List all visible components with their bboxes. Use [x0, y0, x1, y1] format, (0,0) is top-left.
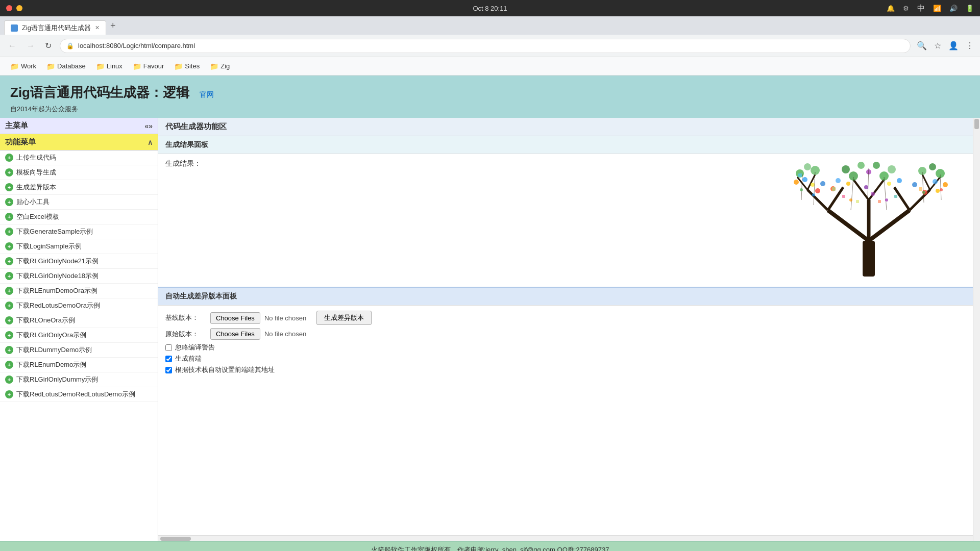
close-btn[interactable]: [6, 5, 12, 11]
svg-point-62: [922, 191, 925, 194]
sidebar-item-label: 下载RLGirlOnlyNode21示例: [16, 257, 99, 266]
active-tab[interactable]: Zig语言通用代码生成器 ✕: [4, 20, 106, 35]
sidebar-item-tools[interactable]: + 贴心小工具: [0, 195, 158, 210]
sidebar-item-redlotus-demo[interactable]: + 下载RedLotusDemoRedLotusDemo示例: [0, 387, 158, 402]
generate-diff-btn[interactable]: 生成差异版本: [316, 311, 372, 325]
titlebar-time: Oct 8 20:11: [473, 5, 507, 12]
bookmark-zig[interactable]: 📁 Zig: [206, 60, 234, 72]
user-icon[interactable]: ⚙: [903, 5, 909, 12]
sidebar-item-label: 生成差异版本: [16, 183, 56, 192]
plus-icon: +: [5, 228, 13, 236]
svg-point-30: [912, 182, 917, 187]
svg-line-53: [851, 177, 853, 210]
wifi-icon: 📶: [933, 5, 941, 12]
sidebar: 主菜单 «» 功能菜单 ∧ + 上传生成代码 + 模板向导生成 + 生成差异版本…: [0, 118, 158, 541]
h-scroll-thumb[interactable]: [160, 537, 191, 541]
notification-icon[interactable]: 🔔: [887, 5, 895, 12]
folder-icon: 📁: [174, 62, 183, 70]
sidebar-item-node21[interactable]: + 下载RLGirlOnlyNode21示例: [0, 254, 158, 269]
horizontal-scrollbar[interactable]: [158, 535, 973, 541]
sidebar-item-node18[interactable]: + 下载RLGirlOnlyNode18示例: [0, 269, 158, 284]
svg-point-19: [857, 162, 865, 169]
tab-close-btn[interactable]: ✕: [95, 24, 100, 31]
page-since: 自2014年起为公众服务: [10, 105, 970, 114]
address-url: localhost:8080/Logic/html/compare.html: [78, 42, 195, 49]
new-tab-btn[interactable]: +: [106, 20, 120, 31]
sidebar-item-template[interactable]: + 模板向导生成: [0, 165, 158, 180]
original-choose-btn[interactable]: Choose Files: [210, 328, 260, 340]
tabbar: Zig语言通用代码生成器 ✕ +: [0, 16, 980, 35]
sidebar-item-login-sample[interactable]: + 下载LoginSample示例: [0, 239, 158, 254]
sidebar-item-excel[interactable]: + 空白Excel模板: [0, 210, 158, 224]
plus-icon: +: [5, 183, 13, 191]
plus-icon: +: [5, 346, 13, 354]
right-scrollbar[interactable]: [973, 118, 980, 541]
original-label: 原始版本：: [165, 330, 206, 339]
baseline-choose-btn[interactable]: Choose Files: [210, 312, 260, 324]
bookmark-database[interactable]: 📁 Database: [42, 60, 90, 72]
generate-frontend-checkbox[interactable]: [165, 356, 172, 362]
sidebar-item-diff[interactable]: + 生成差异版本: [0, 180, 158, 195]
sidebar-collapse-btn[interactable]: «»: [144, 122, 153, 130]
addressbar-actions: 🔍 ☆ 👤 ⋮: [917, 41, 974, 51]
svg-rect-47: [842, 195, 845, 198]
svg-line-54: [884, 177, 887, 210]
svg-point-42: [864, 185, 868, 189]
menu-icon[interactable]: ⋮: [966, 41, 974, 51]
plus-icon: +: [5, 331, 13, 339]
svg-line-8: [853, 180, 869, 200]
svg-point-35: [943, 182, 948, 187]
svg-point-61: [885, 198, 888, 202]
bookmark-star-icon[interactable]: ☆: [934, 41, 941, 51]
sidebar-item-dummy[interactable]: + 下载RLDummyDemo示例: [0, 343, 158, 358]
function-menu-collapse-btn[interactable]: ∧: [148, 138, 153, 146]
bookmark-sites[interactable]: 📁 Sites: [170, 60, 204, 72]
plus-icon: +: [5, 272, 13, 280]
svg-point-43: [871, 192, 875, 196]
svg-line-11: [807, 174, 815, 190]
sidebar-item-label: 下载RLEnumDemoOra示例: [16, 286, 97, 295]
bookmark-work[interactable]: 📁 Work: [6, 60, 40, 72]
reload-btn[interactable]: ↻: [43, 39, 54, 53]
battery-icon: 🔋: [966, 5, 974, 12]
sound-icon[interactable]: 🔊: [949, 5, 958, 12]
page-official[interactable]: 官网: [200, 90, 214, 98]
bookmark-favour[interactable]: 📁 Favour: [129, 60, 168, 72]
svg-line-1: [828, 210, 869, 241]
svg-point-38: [846, 182, 850, 186]
ignore-warnings-label: 忽略编译警告: [175, 343, 215, 352]
folder-icon: 📁: [133, 62, 141, 70]
bookmarks-bar: 📁 Work 📁 Database 📁 Linux 📁 Favour 📁 Sit…: [0, 57, 980, 76]
sidebar-item-upload[interactable]: + 上传生成代码: [0, 151, 158, 165]
sidebar-item-enum-demo[interactable]: + 下载RLEnumDemo示例: [0, 358, 158, 372]
sidebar-item-girl-ora[interactable]: + 下载RLGirlOnlyOra示例: [0, 328, 158, 343]
auto-panel-header: 自动生成差异版本面板: [158, 288, 973, 306]
sidebar-item-redlotus-ora[interactable]: + 下载RedLotusDemoOra示例: [0, 298, 158, 313]
forward-btn[interactable]: →: [24, 39, 37, 53]
ignore-warnings-checkbox[interactable]: [165, 344, 172, 351]
back-btn[interactable]: ←: [6, 39, 18, 53]
sidebar-item-label: 下载RLGirlOnlyDummy示例: [16, 375, 98, 384]
sidebar-item-label: 贴心小工具: [16, 197, 50, 207]
bookmark-label: Database: [57, 62, 86, 70]
sidebar-item-enum-ora[interactable]: + 下载RLEnumDemoOra示例: [0, 284, 158, 298]
sidebar-item-girl-dummy[interactable]: + 下载RLGirlOnlyDummy示例: [0, 372, 158, 387]
bookmark-linux[interactable]: 📁 Linux: [92, 60, 127, 72]
svg-point-29: [897, 178, 902, 183]
auto-address-label: 根据技术栈自动设置前端端其地址: [175, 365, 275, 374]
svg-point-31: [933, 179, 938, 184]
address-box[interactable]: 🔒 localhost:8080/Logic/html/compare.html: [60, 39, 911, 53]
sidebar-item-label: 模板向导生成: [16, 168, 56, 177]
svg-point-22: [873, 162, 880, 169]
sidebar-item-generate-sample[interactable]: + 下载GenerateSample示例: [0, 224, 158, 239]
auto-generate-panel: 自动生成差异版本面板 基线版本： Choose Files No file ch…: [158, 287, 973, 382]
result-body: 生成结果：: [158, 154, 973, 287]
zoom-icon[interactable]: 🔍: [917, 41, 927, 51]
auto-address-checkbox[interactable]: [165, 367, 172, 373]
minimize-btn[interactable]: [16, 5, 22, 11]
sidebar-item-one-ora[interactable]: + 下载RLOneOra示例: [0, 313, 158, 328]
sidebar-main-label: 主菜单: [5, 121, 28, 131]
profile-icon[interactable]: 👤: [948, 41, 959, 51]
svg-point-26: [802, 177, 807, 182]
page-header: Zig语言通用代码生成器：逻辑 官网 自2014年起为公众服务: [0, 76, 980, 118]
